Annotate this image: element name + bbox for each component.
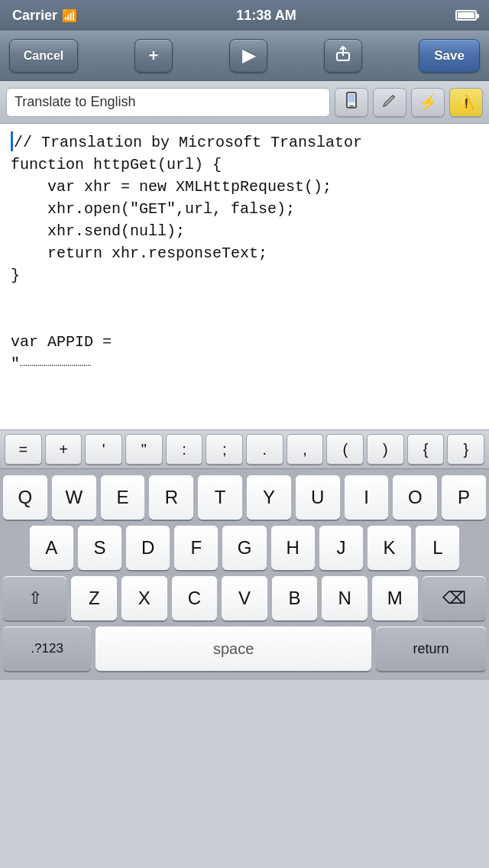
keyboard-row: QWERTYUIOP [3, 475, 486, 520]
cancel-button[interactable]: Cancel [9, 39, 78, 73]
edit-icon [381, 92, 398, 112]
add-button[interactable]: + [134, 39, 173, 73]
wifi-icon: 📶 [62, 8, 77, 23]
key-o[interactable]: O [393, 475, 437, 520]
keyboard-bottom-row: .?123spacereturn [3, 627, 486, 671]
status-bar: Carrier 📶 11:38 AM [0, 0, 489, 31]
key-h[interactable]: H [271, 526, 315, 570]
shift-key[interactable]: ⇧ [3, 576, 66, 620]
symbol-key-x[interactable]: ( [326, 434, 364, 465]
status-time: 11:38 AM [236, 8, 296, 24]
symbol-key-x[interactable]: . [246, 434, 283, 465]
key-t[interactable]: T [198, 475, 242, 520]
key-c[interactable]: C [172, 576, 218, 620]
key-p[interactable]: P [442, 475, 486, 520]
carrier-wifi: Carrier 📶 [12, 8, 77, 24]
symbol-key-x[interactable]: ' [85, 434, 122, 465]
save-button[interactable]: Save [419, 39, 480, 73]
script-name-input[interactable] [6, 88, 330, 117]
svg-rect-4 [348, 94, 355, 102]
key-z[interactable]: Z [71, 576, 117, 620]
keyboard: QWERTYUIOPASDFGHJKL⇧ZXCVBNM⌫.?123spacere… [0, 469, 489, 680]
bolt-icon-button[interactable]: ⚡ [411, 88, 445, 117]
key-d[interactable]: D [126, 526, 170, 570]
symbol-key-x[interactable]: + [45, 434, 83, 465]
key-f[interactable]: F [174, 526, 218, 570]
code-editor[interactable]: // Translation by Microsoft Translator f… [0, 124, 489, 429]
symbol-key-x[interactable]: : [166, 434, 203, 465]
play-icon: ▶ [242, 46, 255, 66]
key-a[interactable]: A [30, 526, 73, 570]
key-g[interactable]: G [222, 526, 266, 570]
toolbar: Cancel + ▶ Save [0, 31, 489, 81]
key-j[interactable]: J [319, 526, 363, 570]
key-u[interactable]: U [296, 475, 340, 520]
phone-icon-button[interactable] [335, 88, 368, 117]
battery-icon [455, 10, 477, 21]
battery-indicator [455, 10, 477, 21]
code-content: // Translation by Microsoft Translator f… [11, 131, 478, 375]
symbol-bar: =+'":;.,(){} [0, 429, 489, 469]
key-k[interactable]: K [368, 526, 411, 570]
warning-icon: ⚠️ [458, 94, 474, 111]
key-w[interactable]: W [52, 475, 96, 520]
share-icon [335, 45, 351, 66]
key-e[interactable]: E [101, 475, 145, 520]
edit-icon-button[interactable] [373, 88, 406, 117]
symbol-key-x[interactable]: { [407, 434, 445, 465]
return-key[interactable]: return [376, 627, 486, 671]
warning-icon-button[interactable]: ⚠️ [449, 88, 483, 117]
key-x[interactable]: X [121, 576, 167, 620]
carrier-label: Carrier [12, 8, 57, 24]
phone-icon [343, 92, 360, 112]
key-n[interactable]: N [322, 576, 368, 620]
space-key[interactable]: space [96, 627, 371, 671]
key-y[interactable]: Y [247, 475, 291, 520]
delete-key[interactable]: ⌫ [423, 576, 486, 620]
bolt-icon: ⚡ [419, 93, 438, 112]
text-cursor [11, 131, 13, 151]
key-l[interactable]: L [416, 526, 459, 570]
symbol-key-x[interactable]: ; [206, 434, 243, 465]
key-m[interactable]: M [372, 576, 418, 620]
name-bar: ⚡ ⚠️ [0, 81, 489, 124]
play-button[interactable]: ▶ [229, 39, 267, 73]
key-s[interactable]: S [78, 526, 121, 570]
numbers-key[interactable]: .?123 [3, 627, 91, 671]
key-b[interactable]: B [272, 576, 318, 620]
add-icon: + [149, 46, 159, 66]
key-r[interactable]: R [149, 475, 193, 520]
symbol-key-x[interactable]: " [125, 434, 163, 465]
symbol-key-x[interactable]: , [287, 434, 324, 465]
svg-rect-3 [349, 105, 354, 107]
key-i[interactable]: I [345, 475, 389, 520]
keyboard-row-zxcv: ⇧ZXCVBNM⌫ [3, 576, 486, 620]
symbol-key-x[interactable]: ) [367, 434, 404, 465]
key-v[interactable]: V [222, 576, 267, 620]
key-q[interactable]: Q [3, 475, 47, 520]
keyboard-row-asdf: ASDFGHJKL [3, 526, 486, 570]
share-button[interactable] [324, 39, 362, 73]
symbol-key-x[interactable]: } [447, 434, 484, 465]
symbol-key-x[interactable]: = [5, 434, 42, 465]
